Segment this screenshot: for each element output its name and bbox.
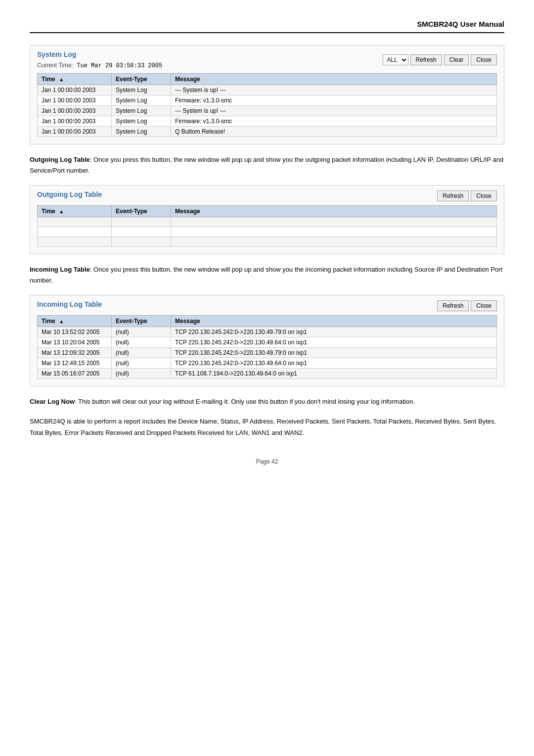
system-log-cell-event: System Log: [112, 95, 171, 106]
incoming-desc-label: Incoming Log Table: [30, 266, 90, 273]
system-log-row: Jan 1 00:00:00 2003 System Log --- Syste…: [38, 85, 497, 95]
incoming-log-panel: Incoming Log Table Refresh Close Time ▲ …: [30, 295, 504, 386]
outgoing-log-col-event: Event-Type: [112, 206, 171, 217]
incoming-log-cell-time: Mar 13 12:09:32 2005: [38, 348, 112, 358]
system-log-row: Jan 1 00:00:00 2003 System Log Q Buttom …: [38, 127, 497, 137]
incoming-log-cell-message: TCP 61.108.7.194:0->220.130.49.64:0 on i…: [171, 369, 497, 379]
outgoing-log-col-time: Time ▲: [38, 206, 112, 217]
incoming-log-col-time: Time ▲: [38, 316, 112, 327]
page-header: SMCBR24Q User Manual: [30, 20, 504, 33]
system-log-cell-event: System Log: [112, 116, 171, 127]
incoming-log-title: Incoming Log Table: [37, 300, 102, 308]
page-number: Page 42: [256, 458, 278, 465]
incoming-log-cell-time: Mar 15 05:16:07 2005: [38, 369, 112, 379]
page-footer: Page 42: [30, 458, 504, 465]
incoming-desc-block: Incoming Log Table: Once you press this …: [30, 264, 504, 286]
outgoing-desc-label: Outgoing Log Table: [30, 156, 90, 163]
outgoing-log-header-row: Outgoing Log Table Refresh Close: [37, 190, 497, 201]
outgoing-empty-row-1: [38, 217, 497, 227]
system-log-row: Jan 1 00:00:00 2003 System Log Firmware:…: [38, 116, 497, 127]
system-log-close-button[interactable]: Close: [471, 54, 497, 65]
outgoing-time-sort-arrow: ▲: [59, 209, 64, 214]
outgoing-desc-block: Outgoing Log Table: Once you press this …: [30, 154, 504, 176]
system-log-cell-time: Jan 1 00:00:00 2003: [38, 127, 112, 137]
incoming-log-table-header-row: Time ▲ Event-Type Message: [38, 316, 497, 327]
outgoing-log-table: Time ▲ Event-Type Message: [37, 205, 497, 247]
incoming-log-col-event: Event-Type: [112, 316, 171, 327]
system-log-cell-message: --- System is up! ---: [171, 106, 497, 116]
incoming-log-row: Mar 13 10:20:04 2005 (null) TCP 220.130.…: [38, 337, 497, 348]
incoming-log-cell-time: Mar 13 12:49:15 2005: [38, 358, 112, 369]
time-sort-arrow: ▲: [59, 77, 64, 82]
system-log-col-time: Time ▲: [38, 74, 112, 85]
system-log-table: Time ▲ Event-Type Message Jan 1 00:00:00…: [37, 73, 497, 137]
incoming-log-cell-event: (null): [112, 369, 171, 379]
incoming-log-cell-event: (null): [112, 327, 171, 337]
smcbr24q-desc-text: SMCBR24Q is able to perform a report inc…: [30, 418, 496, 436]
incoming-log-row: Mar 10 13:52:02 2005 (null) TCP 220.130.…: [38, 327, 497, 337]
clear-log-label: Clear Log Now: [30, 398, 75, 405]
incoming-log-cell-message: TCP 220.130.245.242:0->220.130.49.79:0 o…: [171, 327, 497, 337]
outgoing-log-panel: Outgoing Log Table Refresh Close Time ▲ …: [30, 185, 504, 254]
system-log-cell-message: --- System is up! ---: [171, 85, 497, 95]
incoming-log-row: Mar 13 12:49:15 2005 (null) TCP 220.130.…: [38, 358, 497, 369]
current-time-row: Current Time: Tue Mar 29 03:58:33 2005: [37, 61, 162, 69]
system-log-title: System Log: [37, 50, 162, 58]
incoming-log-cell-message: TCP 220.130.245.242:0->220.130.49.79:0 o…: [171, 348, 497, 358]
outgoing-log-col-message: Message: [171, 206, 497, 217]
incoming-log-row: Mar 15 05:16:07 2005 (null) TCP 61.108.7…: [38, 369, 497, 379]
system-log-col-event: Event-Type: [112, 74, 171, 85]
incoming-log-cell-message: TCP 220.130.245.242:0->220.130.49.64:0 o…: [171, 337, 497, 348]
incoming-log-close-button[interactable]: Close: [471, 300, 497, 311]
incoming-log-cell-event: (null): [112, 348, 171, 358]
incoming-log-header-row: Incoming Log Table Refresh Close: [37, 300, 497, 311]
system-log-title-area: System Log Current Time: Tue Mar 29 03:5…: [37, 50, 162, 69]
current-time-label: Current Time:: [37, 62, 73, 69]
incoming-log-cell-time: Mar 10 13:52:02 2005: [38, 327, 112, 337]
system-log-cell-event: System Log: [112, 85, 171, 95]
system-log-row: Jan 1 00:00:00 2003 System Log Firmware:…: [38, 95, 497, 106]
incoming-log-row: Mar 13 12:09:32 2005 (null) TCP 220.130.…: [38, 348, 497, 358]
incoming-log-table: Time ▲ Event-Type Message Mar 10 13:52:0…: [37, 315, 497, 379]
incoming-log-cell-time: Mar 13 10:20:04 2005: [38, 337, 112, 348]
incoming-log-controls: Refresh Close: [437, 300, 497, 311]
system-log-col-message: Message: [171, 74, 497, 85]
incoming-log-cell-message: TCP 220.130.245.242:0->220.130.49.64:0 o…: [171, 358, 497, 369]
system-log-cell-time: Jan 1 00:00:00 2003: [38, 85, 112, 95]
incoming-log-refresh-button[interactable]: Refresh: [437, 300, 469, 311]
page-title: SMCBR24Q User Manual: [417, 20, 504, 28]
outgoing-log-controls: Refresh Close: [437, 190, 497, 201]
outgoing-log-close-button[interactable]: Close: [471, 190, 497, 201]
system-log-panel: System Log Current Time: Tue Mar 29 03:5…: [30, 45, 504, 144]
system-log-filter-select[interactable]: ALL: [383, 54, 408, 65]
incoming-log-cell-event: (null): [112, 358, 171, 369]
system-log-controls: ALL Refresh Clear Close: [383, 54, 497, 65]
system-log-cell-message: Firmware: v1.3.0-smc: [171, 95, 497, 106]
clear-log-desc-block: Clear Log Now: This button will clear ou…: [30, 396, 504, 407]
system-log-refresh-button[interactable]: Refresh: [410, 54, 442, 65]
smcbr24q-desc-block: SMCBR24Q is able to perform a report inc…: [30, 416, 504, 438]
outgoing-log-table-header-row: Time ▲ Event-Type Message: [38, 206, 497, 217]
system-log-clear-button[interactable]: Clear: [444, 54, 469, 65]
outgoing-log-refresh-button[interactable]: Refresh: [437, 190, 469, 201]
outgoing-desc-text: : Once you press this button, the new wi…: [30, 156, 503, 174]
outgoing-empty-row-2: [38, 227, 497, 237]
system-log-cell-time: Jan 1 00:00:00 2003: [38, 95, 112, 106]
system-log-cell-time: Jan 1 00:00:00 2003: [38, 116, 112, 127]
incoming-desc-text: : Once you press this button, the new wi…: [30, 266, 502, 284]
system-log-cell-message: Q Buttom Release!: [171, 127, 497, 137]
system-log-cell-event: System Log: [112, 106, 171, 116]
clear-log-text: : This button will clear out your log wi…: [75, 398, 415, 405]
system-log-topbar: System Log Current Time: Tue Mar 29 03:5…: [37, 50, 497, 69]
system-log-table-header-row: Time ▲ Event-Type Message: [38, 74, 497, 85]
incoming-log-col-message: Message: [171, 316, 497, 327]
system-log-cell-event: System Log: [112, 127, 171, 137]
outgoing-empty-row-3: [38, 237, 497, 247]
system-log-cell-message: Firmware: v1.3.0-smc: [171, 116, 497, 127]
current-time-value: Tue Mar 29 03:58:33 2005: [77, 62, 162, 69]
system-log-row: Jan 1 00:00:00 2003 System Log --- Syste…: [38, 106, 497, 116]
incoming-log-cell-event: (null): [112, 337, 171, 348]
incoming-time-sort-arrow: ▲: [59, 319, 64, 324]
outgoing-log-title: Outgoing Log Table: [37, 190, 102, 198]
system-log-cell-time: Jan 1 00:00:00 2003: [38, 106, 112, 116]
